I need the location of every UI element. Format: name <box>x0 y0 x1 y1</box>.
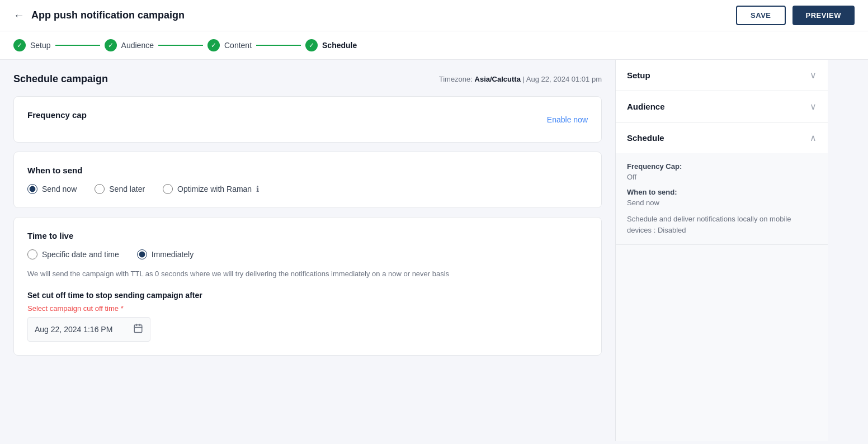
specific-date-radio[interactable] <box>27 249 37 259</box>
calendar-icon <box>133 323 143 336</box>
back-icon: ← <box>13 9 25 22</box>
when-to-send-detail-label: When to send: <box>627 188 817 196</box>
step-schedule-label: Schedule <box>322 41 357 50</box>
sidebar-audience-title: Audience <box>627 102 665 111</box>
immediately-option[interactable]: Immediately <box>137 249 194 259</box>
sidebar-schedule-title: Schedule <box>627 133 664 143</box>
date-input-text: Aug 22, 2024 1:16 PM <box>35 325 129 334</box>
timezone-label: Timezone: <box>439 75 473 83</box>
sidebar-audience-header[interactable]: Audience ∨ <box>616 91 828 122</box>
send-now-label: Send now <box>42 185 77 193</box>
freq-cap-detail-value: Off <box>627 173 817 181</box>
topbar: ← App push notification campaign SAVE PR… <box>0 0 868 31</box>
send-now-option[interactable]: Send now <box>27 184 77 194</box>
sidebar-section-audience: Audience ∨ <box>616 91 828 122</box>
time-to-live-options: Specific date and time Immediately <box>27 249 588 259</box>
preview-button[interactable]: PREVIEW <box>792 6 855 25</box>
optimize-label: Optimize with Raman <box>177 185 252 193</box>
send-now-radio[interactable] <box>27 184 37 194</box>
step-setup-label: Setup <box>30 41 51 50</box>
step-audience-label: Audience <box>121 41 154 50</box>
cutoff-required-star: * <box>121 304 124 313</box>
frequency-cap-row: Frequency cap Enable now <box>27 110 588 129</box>
when-to-send-detail-value: Send now <box>627 199 817 207</box>
send-later-radio[interactable] <box>95 184 105 194</box>
frequency-cap-title: Frequency cap <box>27 110 87 120</box>
timezone-value: Asia/Calcutta <box>475 75 521 83</box>
info-icon: ℹ <box>256 185 259 193</box>
date-input-row[interactable]: Aug 22, 2024 1:16 PM <box>27 317 150 342</box>
sidebar-audience-chevron: ∨ <box>810 101 817 112</box>
time-to-live-title: Time to live <box>27 231 588 240</box>
content-area: Schedule campaign Timezone: Asia/Calcutt… <box>0 60 615 441</box>
step-content-label: Content <box>224 41 252 50</box>
specific-date-label: Specific date and time <box>42 250 119 259</box>
save-button[interactable]: SAVE <box>736 6 785 25</box>
section-title: Schedule campaign <box>13 73 108 85</box>
step-line-2 <box>158 45 203 46</box>
topbar-actions: SAVE PREVIEW <box>736 6 855 25</box>
sidebar: Setup ∨ Audience ∨ Schedule ∧ Frequency … <box>615 60 828 441</box>
cutoff-title: Set cut off time to stop sending campaig… <box>27 291 588 300</box>
optimize-option[interactable]: Optimize with Raman ℹ <box>163 184 259 194</box>
sidebar-section-schedule: Schedule ∧ Frequency Cap: Off When to se… <box>616 122 828 245</box>
cutoff-label-text: Select campaign cut off time <box>27 304 119 313</box>
sidebar-schedule-header[interactable]: Schedule ∧ <box>616 122 828 153</box>
specific-date-option[interactable]: Specific date and time <box>27 249 119 259</box>
svg-rect-0 <box>134 325 142 333</box>
cutoff-label: Select campaign cut off time * <box>27 304 588 313</box>
section-header: Schedule campaign Timezone: Asia/Calcutt… <box>13 73 602 85</box>
timezone-datetime: Aug 22, 2024 01:01 pm <box>526 75 602 83</box>
steps-bar: ✓ Setup ✓ Audience ✓ Content ✓ Schedule <box>0 31 868 60</box>
freq-cap-detail-label: Frequency Cap: <box>627 162 817 171</box>
step-setup[interactable]: ✓ Setup <box>13 39 51 51</box>
step-schedule-icon: ✓ <box>305 39 318 51</box>
main-layout: Schedule campaign Timezone: Asia/Calcutt… <box>0 60 868 441</box>
back-button[interactable]: ← <box>13 9 25 22</box>
sidebar-schedule-note: Schedule and deliver notifications local… <box>627 214 817 235</box>
sidebar-section-setup: Setup ∨ <box>616 60 828 91</box>
ttl-description: We will send the campaign with TTL as 0 … <box>27 268 588 280</box>
sidebar-schedule-chevron: ∧ <box>810 133 817 143</box>
step-line-3 <box>256 45 301 46</box>
step-content-icon: ✓ <box>207 39 220 51</box>
when-to-send-title: When to send <box>27 166 588 175</box>
when-to-send-options: Send now Send later Optimize with Raman … <box>27 184 588 194</box>
immediately-label: Immediately <box>152 250 194 259</box>
topbar-left: ← App push notification campaign <box>13 9 185 22</box>
timezone-info: Timezone: Asia/Calcutta | Aug 22, 2024 0… <box>439 75 602 83</box>
optimize-radio[interactable] <box>163 184 173 194</box>
when-to-send-card: When to send Send now Send later Optimiz… <box>13 152 602 208</box>
enable-now-link[interactable]: Enable now <box>547 115 588 124</box>
step-audience[interactable]: ✓ Audience <box>105 39 154 51</box>
page-title: App push notification campaign <box>31 10 185 21</box>
sidebar-setup-header[interactable]: Setup ∨ <box>616 60 828 91</box>
immediately-radio[interactable] <box>137 249 147 259</box>
sidebar-setup-chevron: ∨ <box>810 70 817 81</box>
send-later-option[interactable]: Send later <box>95 184 145 194</box>
frequency-cap-card: Frequency cap Enable now <box>13 96 602 143</box>
sidebar-setup-title: Setup <box>627 70 650 80</box>
step-line-1 <box>55 45 100 46</box>
step-audience-icon: ✓ <box>105 39 117 51</box>
sidebar-schedule-content: Frequency Cap: Off When to send: Send no… <box>616 153 828 244</box>
step-content[interactable]: ✓ Content <box>207 39 252 51</box>
send-later-label: Send later <box>109 185 145 193</box>
time-to-live-card: Time to live Specific date and time Imme… <box>13 217 602 356</box>
step-schedule[interactable]: ✓ Schedule <box>305 39 357 51</box>
step-setup-icon: ✓ <box>13 39 26 51</box>
